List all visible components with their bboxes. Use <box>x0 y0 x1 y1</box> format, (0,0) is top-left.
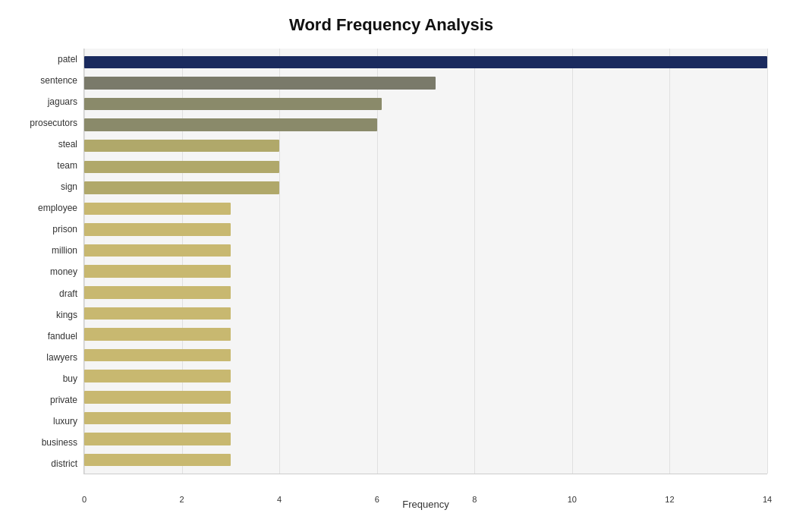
bar <box>84 203 231 216</box>
bar <box>84 181 279 194</box>
y-label: prison <box>52 225 77 234</box>
bar-row <box>84 178 767 199</box>
bar-row <box>84 449 767 471</box>
bar-row <box>84 408 767 429</box>
y-label: jaguars <box>48 97 77 106</box>
y-label: money <box>50 267 77 276</box>
y-label: sentence <box>40 76 77 85</box>
bar <box>84 265 231 278</box>
y-label: luxury <box>53 417 77 426</box>
y-label: district <box>51 459 77 468</box>
bar-row <box>84 73 767 94</box>
y-label: team <box>57 161 77 170</box>
bar <box>84 454 231 467</box>
bar-row <box>84 387 767 408</box>
x-axis-title: Frequency <box>84 499 767 510</box>
bar-row <box>84 429 767 450</box>
bar-row <box>84 198 767 219</box>
y-label: business <box>42 438 77 447</box>
bar-row <box>84 219 767 241</box>
bar-row <box>84 261 767 282</box>
chart-title: Word Frequency Analysis <box>15 15 767 35</box>
grid-line <box>767 49 768 474</box>
y-label: employee <box>38 203 77 212</box>
y-label: prosecutors <box>30 118 77 127</box>
bar-row <box>84 93 767 115</box>
bar-row <box>84 156 767 178</box>
bar-row <box>84 282 767 304</box>
bar <box>84 391 231 404</box>
y-label: kings <box>56 310 77 320</box>
bar <box>84 161 279 174</box>
bar-row <box>84 303 767 324</box>
bar <box>84 349 231 362</box>
bar <box>84 118 377 131</box>
y-label: draft <box>59 289 77 298</box>
y-label: lawyers <box>46 353 77 362</box>
bar-row <box>84 135 767 156</box>
bar <box>84 307 231 320</box>
bar-row <box>84 52 767 73</box>
y-label: private <box>50 395 77 405</box>
bar <box>84 328 231 341</box>
y-axis-labels: patelsentencejaguarsprosecutorsstealteam… <box>15 49 83 474</box>
plot-area: 02468101214 Frequency <box>83 49 767 474</box>
y-label: steal <box>58 140 77 149</box>
bar-row <box>84 366 767 387</box>
bar <box>84 140 279 153</box>
y-label: fanduel <box>48 332 77 341</box>
bar <box>84 98 382 111</box>
bar <box>84 286 231 299</box>
y-label: buy <box>63 374 77 383</box>
bar <box>84 412 231 425</box>
y-label: million <box>52 246 77 255</box>
bar-row <box>84 345 767 366</box>
bar <box>84 223 231 236</box>
bar-row <box>84 115 767 136</box>
y-label: sign <box>61 182 77 191</box>
chart-container: Word Frequency Analysis patelsentencejag… <box>0 0 790 532</box>
bar <box>84 433 231 445</box>
bar <box>84 244 231 257</box>
chart-area: patelsentencejaguarsprosecutorsstealteam… <box>15 49 767 474</box>
bar <box>84 370 231 382</box>
bar-row <box>84 324 767 345</box>
bar <box>84 56 767 69</box>
y-label: patel <box>58 55 77 64</box>
bar-row <box>84 240 767 261</box>
bars-wrapper <box>84 49 767 474</box>
bar <box>84 77 436 90</box>
